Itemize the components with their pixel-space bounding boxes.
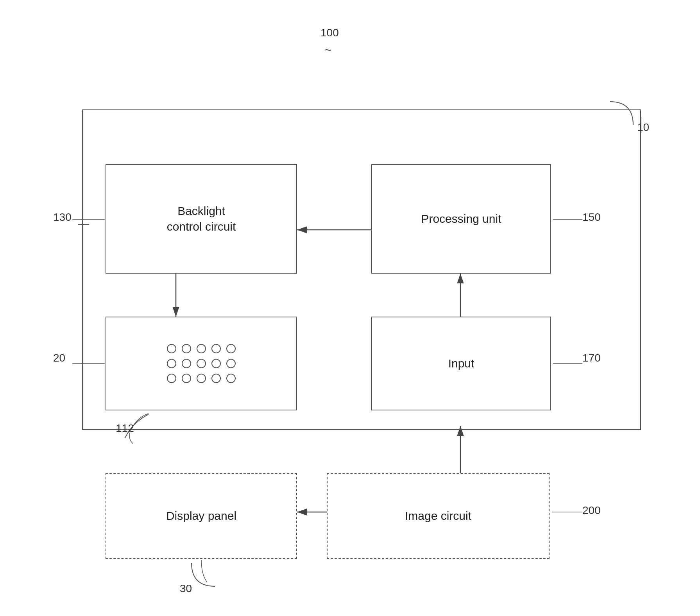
led-dot: [211, 344, 221, 353]
led-grid: [158, 335, 245, 392]
led-array-box: [106, 317, 297, 410]
ref-20: 20: [53, 352, 65, 364]
led-dot: [182, 344, 191, 353]
backlight-control-box: Backlightcontrol circuit: [106, 164, 297, 274]
diagram-container: 100 ~ 10 Backlightcontrol circuit 130 — …: [0, 0, 700, 616]
led-dot: [167, 359, 176, 368]
ref-112: 112: [116, 422, 134, 435]
ref-130-arrow: —: [78, 217, 89, 230]
image-circuit-box: Image circuit: [327, 473, 550, 559]
backlight-control-label: Backlightcontrol circuit: [167, 203, 236, 235]
ref-200: 200: [582, 504, 601, 517]
processing-unit-label: Processing unit: [421, 211, 501, 227]
input-label: Input: [448, 356, 474, 372]
led-dot: [197, 374, 206, 383]
led-dot: [167, 344, 176, 353]
led-dot: [226, 344, 236, 353]
processing-unit-box: Processing unit: [371, 164, 551, 274]
ref-30: 30: [180, 582, 192, 595]
led-dot: [182, 359, 191, 368]
ref-100: 100: [320, 27, 339, 39]
ref-10: 10: [637, 121, 649, 134]
image-circuit-label: Image circuit: [405, 508, 471, 524]
display-panel-box: Display panel: [106, 473, 297, 559]
led-dot: [167, 374, 176, 383]
led-dot: [226, 359, 236, 368]
led-dot: [197, 344, 206, 353]
led-dot: [197, 359, 206, 368]
led-dot: [226, 374, 236, 383]
led-dot: [211, 359, 221, 368]
ref-170: 170: [582, 352, 601, 364]
tilde-100: ~: [324, 43, 332, 57]
input-box: Input: [371, 317, 551, 410]
ref-130: 130: [53, 211, 72, 224]
led-dot: [211, 374, 221, 383]
led-dot: [182, 374, 191, 383]
display-panel-label: Display panel: [166, 508, 236, 524]
ref-150: 150: [582, 211, 601, 224]
